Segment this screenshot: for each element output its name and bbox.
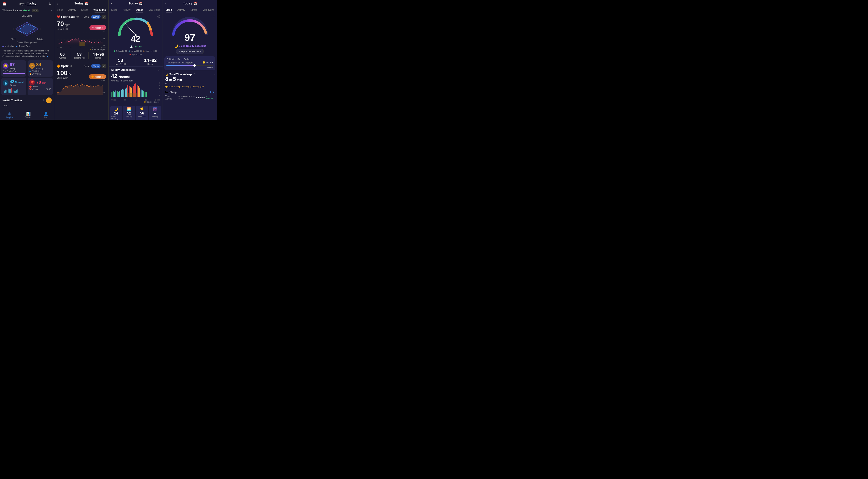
calendar-icon[interactable]: 📅 xyxy=(2,2,6,6)
hr-metric-icon: ❤️ xyxy=(29,79,35,85)
insight-expand[interactable]: ▾ xyxy=(47,55,48,58)
sleep-goal-chevron[interactable]: › xyxy=(170,82,171,85)
panel1-title: Today xyxy=(27,2,36,6)
nav-trends[interactable]: 📊 Trends xyxy=(25,111,31,119)
panel4-back[interactable]: ‹ xyxy=(165,1,166,6)
stress-label-3: 18 xyxy=(145,99,147,101)
radar-side-labels: Sleep Activity xyxy=(11,38,43,40)
morning-value: 52 xyxy=(127,111,131,116)
wellness-balance-row: Wellness Balance: Good BETA › xyxy=(0,7,54,14)
heart-rate-section: ❤️ Heart Rate ⓘ 5min 30min ⤢ 70 bpm Late… xyxy=(54,13,108,62)
hr-expand-btn[interactable]: ⤢ xyxy=(101,15,106,19)
runner-badge[interactable]: 🏃 xyxy=(46,97,52,103)
stress-bar-chart: 100 80 60 40 30 xyxy=(111,82,160,99)
legend-dot-yesterday xyxy=(2,46,4,47)
radar-label-vital: Vital Signs xyxy=(22,14,32,17)
svg-rect-44 xyxy=(121,90,122,97)
sleep-factors-btn[interactable]: Sleep Score Factors › xyxy=(176,49,204,54)
svg-rect-17 xyxy=(16,90,17,93)
sleep-edit-btn[interactable]: Edit xyxy=(210,91,214,94)
svg-rect-7 xyxy=(4,91,5,93)
spo2-30min-btn[interactable]: 30min xyxy=(91,64,100,68)
hrv-mini-icon: ❤️ xyxy=(29,88,32,90)
panel2-title: Today xyxy=(74,2,84,5)
svg-text:40: 40 xyxy=(159,91,160,93)
wakeup-slider[interactable] xyxy=(166,65,213,66)
panel4-tab-activity[interactable]: Activity xyxy=(175,7,187,13)
radar-activity-label: Activity xyxy=(37,38,43,40)
hr-30min-btn[interactable]: 30min xyxy=(91,15,100,19)
activity-kcal: 🔥 2697 kcal xyxy=(29,73,51,75)
nav-me[interactable]: 👤 Me xyxy=(43,111,48,119)
spo2-measure-btn[interactable]: 🔶 Measure xyxy=(89,74,106,79)
afternoon-icon: ☀️ xyxy=(140,107,144,111)
moon-icon: 🌙 xyxy=(165,73,168,76)
hr-5min-btn[interactable]: 5min xyxy=(82,15,90,19)
tab-activity[interactable]: Activity xyxy=(66,7,78,13)
legend-yesterday-label: Yesterday xyxy=(5,45,14,47)
spo2-section: 🔶 SpO2 ⓘ 5min 30min ⤢ 100 % Latest xyxy=(54,62,108,97)
panel3-back[interactable]: ‹ xyxy=(111,1,112,6)
time-asleep-info[interactable]: ⓘ xyxy=(178,96,180,99)
panel3-tab-activity[interactable]: Activity xyxy=(121,7,132,13)
time-asleep-values: 8hr5min ✓ Normal xyxy=(196,95,214,100)
sleep-quality-text: Sleep Quality Excellent xyxy=(179,44,206,47)
all-day-expand[interactable]: ⤢ xyxy=(158,69,160,72)
hr-bpm: bpm xyxy=(42,82,46,84)
panel3-cal-icon: 📅 xyxy=(139,2,143,5)
hr-measure-btn[interactable]: 〜 Measure xyxy=(89,25,106,30)
total-sleep-chevron[interactable]: › xyxy=(214,73,214,76)
all-day-sub: Average All-day Stress xyxy=(111,79,160,82)
wellness-expand-icon[interactable]: › xyxy=(51,9,52,12)
spo2-info-icon[interactable]: ⓘ xyxy=(69,65,72,68)
metric-heartrate[interactable]: ❤️ 70 bpm 🔴 100 % ❤️ 42 ms 16:49 xyxy=(28,78,53,95)
sleep-note-text: Normal sleep, reaching your sleep goal xyxy=(168,86,204,88)
panel4-tab-vital[interactable]: Vital Signs xyxy=(201,7,216,13)
panel3-tab-vital[interactable]: Vital Signs xyxy=(147,7,162,13)
metric-activity[interactable]: 🏃 84 Activity 👟 7989 steps 🔥 2697 kcal xyxy=(28,60,53,76)
all-day-value: 42 xyxy=(111,73,117,79)
panel2-header: ‹ Today 📅 xyxy=(54,0,108,7)
hr-hrv: ❤️ 42 ms 16:49 xyxy=(29,88,51,90)
tab-sleep[interactable]: Sleep xyxy=(55,7,65,13)
total-sleep-info[interactable]: ⓘ xyxy=(193,73,195,76)
subjective-section: Subjective Sleep Rating How'd you feel w… xyxy=(164,56,215,70)
tab-stress[interactable]: Stress xyxy=(79,7,90,13)
tod-morning[interactable]: 🌅 52 Morning xyxy=(123,106,135,120)
sleep-score: 97 xyxy=(184,32,195,43)
spo2-expand-btn[interactable]: ⤢ xyxy=(101,64,106,68)
tod-early-morning[interactable]: 🌙 24 Early Morning xyxy=(110,106,122,120)
legend-normal-label: Normal 30-59 xyxy=(131,50,142,52)
svg-line-30 xyxy=(125,23,135,35)
evening-value: -- xyxy=(154,111,156,116)
sleep-info-icon[interactable]: ⓘ xyxy=(212,14,214,18)
refresh-icon[interactable]: ↻ xyxy=(49,2,52,6)
spo2-measure-icon: 🔶 xyxy=(91,75,94,78)
nav-insights[interactable]: ◎ Insights xyxy=(6,111,13,119)
stress-latest-val: 58 xyxy=(115,58,126,63)
metric-stress[interactable]: 💧 42 Normal Stress xyxy=(1,78,26,95)
panel3-tab-sleep[interactable]: Sleep xyxy=(109,7,120,13)
divider xyxy=(70,52,70,59)
panel4-tab-sleep[interactable]: Sleep xyxy=(163,7,174,13)
measure-label: Measure xyxy=(95,27,103,29)
tod-afternoon[interactable]: ☀️ 56 Afternoon xyxy=(136,106,148,120)
hr-info-icon[interactable]: ⓘ xyxy=(76,15,79,19)
tod-evening[interactable]: 🌆 -- Evening xyxy=(149,106,161,120)
spo2-5min-btn[interactable]: 5min xyxy=(82,64,90,68)
legend-relaxed-label: Relaxed 1-29 xyxy=(116,50,127,52)
stress-info-icon[interactable]: ⓘ xyxy=(157,15,160,19)
panel3-tab-stress[interactable]: Stress xyxy=(134,7,145,13)
stress-value: 42 xyxy=(10,79,14,84)
sleep-note-icon: 💛 xyxy=(165,86,168,88)
tab-vital-signs[interactable]: Vital Signs xyxy=(91,7,108,13)
panel2-back[interactable]: ‹ xyxy=(57,1,58,6)
metric-sleep[interactable]: 😴 97 Sleep 8 hr 5 min /8 hr xyxy=(1,60,26,76)
panel4-tab-stress[interactable]: Stress xyxy=(188,7,199,13)
add-activity-btn[interactable]: + xyxy=(42,98,45,102)
hr-range: 44~96 Range xyxy=(93,52,104,59)
svg-rect-59 xyxy=(141,90,142,97)
stress-gauge-value: 42 xyxy=(131,34,141,44)
sleep-quality-icon: 🌙 xyxy=(174,44,178,48)
dot-medium xyxy=(143,51,145,52)
